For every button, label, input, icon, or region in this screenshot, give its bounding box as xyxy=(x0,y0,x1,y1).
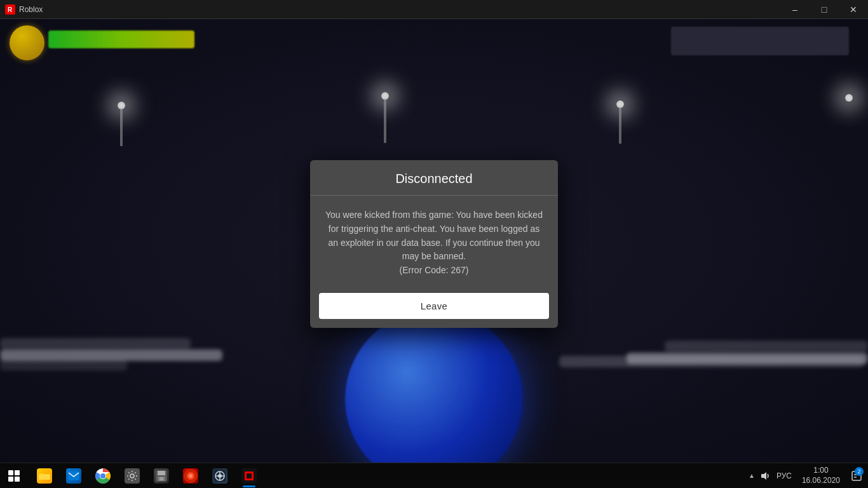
red-app-icon xyxy=(183,468,198,484)
svg-point-13 xyxy=(189,474,193,478)
taskbar-app-mail[interactable] xyxy=(60,463,88,489)
close-button[interactable]: ✕ xyxy=(839,0,868,19)
folder-icon xyxy=(37,468,52,484)
modal-footer: Leave xyxy=(310,288,558,328)
taskbar-app-save[interactable] xyxy=(147,463,175,489)
modal-header: Disconnected xyxy=(310,160,558,196)
chrome-icon xyxy=(95,468,111,484)
clock-date: 16.06.2020 xyxy=(802,476,840,486)
svg-point-5 xyxy=(100,473,105,478)
windows-logo-icon xyxy=(8,470,20,482)
modal-body: You were kicked from this game: You have… xyxy=(310,196,558,287)
maximize-button[interactable]: □ xyxy=(810,0,839,19)
leave-button[interactable]: Leave xyxy=(319,293,549,319)
mail-icon xyxy=(66,468,81,484)
language-indicator[interactable]: РУС xyxy=(774,471,794,480)
disconnected-modal: Disconnected You were kicked from this g… xyxy=(310,160,558,327)
taskbar-app-chrome[interactable] xyxy=(89,463,117,489)
clock-time: 1:00 xyxy=(813,466,828,476)
titlebar-controls: – □ ✕ xyxy=(780,0,868,18)
settings-icon xyxy=(125,468,140,484)
svg-text:R: R xyxy=(8,6,13,13)
svg-rect-2 xyxy=(68,471,79,480)
tray-show-hidden-icon[interactable]: ▲ xyxy=(747,472,756,479)
notification-badge: 2 xyxy=(855,467,864,476)
modal-message: You were kicked from this game: You have… xyxy=(325,208,543,277)
volume-icon[interactable] xyxy=(759,470,771,482)
modal-title: Disconnected xyxy=(395,172,472,186)
svg-point-6 xyxy=(130,474,134,478)
start-button[interactable] xyxy=(0,463,28,489)
taskbar-app-file-explorer[interactable] xyxy=(31,463,58,489)
svg-rect-10 xyxy=(159,477,163,480)
steam-icon xyxy=(212,468,227,484)
floppy-icon xyxy=(154,468,169,484)
svg-rect-8 xyxy=(158,471,165,475)
system-tray: ▲ РУС 1:00 16.06.2020 2 xyxy=(747,463,868,488)
notification-center-button[interactable]: 2 xyxy=(848,463,865,489)
titlebar-app-icon: R xyxy=(5,4,15,15)
roblox-icon xyxy=(241,468,257,484)
taskbar: ▲ РУС 1:00 16.06.2020 2 xyxy=(0,463,868,488)
svg-marker-20 xyxy=(761,472,766,480)
modal-backdrop: Disconnected You were kicked from this g… xyxy=(0,0,868,488)
titlebar-left: R Roblox xyxy=(0,4,43,15)
minimize-button[interactable]: – xyxy=(780,0,810,19)
taskbar-app-red[interactable] xyxy=(177,463,205,489)
svg-point-16 xyxy=(218,474,222,478)
system-clock[interactable]: 1:00 16.06.2020 xyxy=(797,463,845,488)
taskbar-app-steam[interactable] xyxy=(206,463,234,489)
taskbar-apps xyxy=(31,463,263,488)
taskbar-app-roblox[interactable] xyxy=(235,463,263,489)
titlebar-title: Roblox xyxy=(19,5,43,14)
taskbar-app-settings[interactable] xyxy=(118,463,146,489)
titlebar: R Roblox – □ ✕ xyxy=(0,0,868,19)
svg-rect-19 xyxy=(247,473,252,478)
